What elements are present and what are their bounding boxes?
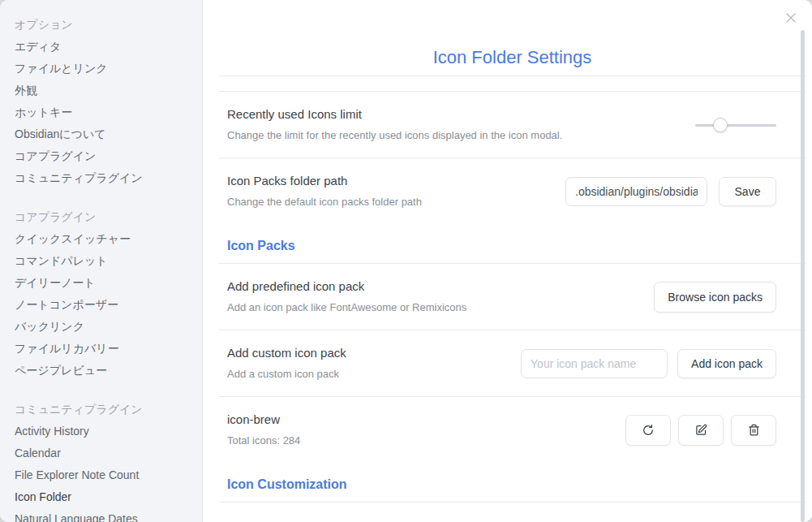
sidebar-item-file-explorer-note-count[interactable]: File Explorer Note Count	[0, 464, 202, 486]
sidebar-item-page-preview[interactable]: ページプレビュー	[0, 360, 202, 382]
settings-modal: オプション エディタ ファイルとリンク 外観 ホットキー Obsidianについ…	[0, 0, 812, 522]
setting-row-predefined-pack: Add predefined icon pack Add an icon pac…	[219, 264, 806, 330]
sidebar-item-note-composer[interactable]: ノートコンポーザー	[0, 294, 202, 316]
sidebar-item-quick-switcher[interactable]: クイックスイッチャー	[0, 228, 202, 250]
setting-info: Add predefined icon pack Add an icon pac…	[227, 279, 654, 314]
sidebar-section-header-options: オプション	[0, 14, 202, 36]
custom-pack-name-input[interactable]	[521, 349, 668, 378]
setting-info: Add custom icon pack Add a custom icon p…	[227, 346, 521, 381]
sidebar-section-options: オプション エディタ ファイルとリンク 外観 ホットキー Obsidianについ…	[0, 14, 202, 189]
pack-info: icon-brew Total icons: 284	[227, 412, 618, 447]
setting-row-custom-pack: Add custom icon pack Add a custom icon p…	[219, 330, 806, 397]
section-header-icon-packs: Icon Packs	[219, 224, 806, 264]
sidebar-item-about[interactable]: Obsidianについて	[0, 123, 202, 145]
delete-pack-button[interactable]	[731, 415, 776, 446]
setting-row-folder-path: Icon Packs folder path Change the defaul…	[219, 158, 806, 224]
recently-used-limit-slider[interactable]	[695, 118, 776, 132]
update-pack-button[interactable]	[625, 415, 671, 446]
installed-pack-row: icon-brew Total icons: 284	[219, 397, 806, 463]
browse-icon-packs-button[interactable]: Browse icon packs	[654, 282, 776, 313]
setting-row-recently-used-limit: Recently used Icons limit Change the lim…	[219, 92, 806, 158]
sidebar-item-community-plugins[interactable]: コミュニティプラグイン	[0, 167, 202, 189]
sidebar-item-hotkeys[interactable]: ホットキー	[0, 101, 202, 123]
page-title: Icon Folder Settings	[219, 45, 806, 70]
setting-info: Recently used Icons limit Change the lim…	[227, 107, 695, 142]
sidebar-item-core-plugins[interactable]: コアプラグイン	[0, 145, 202, 167]
sidebar-item-command-palette[interactable]: コマンドパレット	[0, 250, 202, 272]
page-title-block: Icon Folder Settings	[219, 0, 806, 76]
sidebar-item-icon-folder[interactable]: Icon Folder	[0, 486, 202, 508]
sidebar-item-backlinks[interactable]: バックリンク	[0, 316, 202, 338]
pack-total-icons: Total icons: 284	[227, 434, 618, 447]
sidebar-item-file-recovery[interactable]: ファイルリカバリー	[0, 338, 202, 360]
setting-description: Add an icon pack like FontAwesome or Rem…	[227, 300, 654, 314]
folder-path-input[interactable]	[565, 177, 707, 206]
add-icon-pack-button[interactable]: Add icon pack	[677, 349, 776, 378]
edit-icon	[695, 424, 707, 436]
update-icon	[642, 424, 655, 437]
settings-content: Icon Folder Settings Recently used Icons…	[219, 0, 806, 503]
sidebar-item-files-links[interactable]: ファイルとリンク	[0, 58, 202, 80]
vertical-scrollbar[interactable]	[801, 30, 805, 522]
setting-name: Add predefined icon pack	[227, 279, 654, 294]
sidebar-section-header-community-plugins: コミュニティプラグイン	[0, 399, 202, 421]
setting-name: Add custom icon pack	[227, 346, 521, 360]
slider-track[interactable]	[695, 124, 776, 127]
setting-description: Change the limit for the recently used i…	[227, 128, 695, 142]
sidebar-item-daily-notes[interactable]: デイリーノート	[0, 272, 202, 294]
setting-description: Add a custom icon pack	[227, 367, 521, 381]
sidebar-item-editor[interactable]: エディタ	[0, 36, 202, 58]
setting-name: Icon Packs folder path	[227, 174, 565, 188]
setting-info: Icon Packs folder path Change the defaul…	[227, 174, 565, 209]
close-button[interactable]	[783, 10, 799, 26]
pack-name: icon-brew	[227, 412, 618, 427]
x-icon	[785, 12, 797, 24]
sidebar-section-header-core-plugins: コアプラグイン	[0, 206, 202, 228]
section-header-icon-customization: Icon Customization	[219, 463, 806, 503]
settings-sidebar: オプション エディタ ファイルとリンク 外観 ホットキー Obsidianについ…	[0, 0, 203, 522]
sidebar-item-appearance[interactable]: 外観	[0, 80, 202, 101]
sidebar-item-natural-language-dates[interactable]: Natural Language Dates	[0, 508, 202, 522]
trash-icon	[748, 424, 760, 436]
settings-main-pane: Icon Folder Settings Recently used Icons…	[203, 0, 812, 522]
setting-name: Recently used Icons limit	[227, 107, 695, 122]
save-button[interactable]: Save	[719, 177, 776, 206]
setting-description: Change the default icon packs folder pat…	[227, 195, 565, 209]
sidebar-item-activity-history[interactable]: Activity History	[0, 421, 202, 442]
sidebar-item-calendar[interactable]: Calendar	[0, 442, 202, 464]
title-spacer	[219, 76, 806, 92]
edit-pack-button[interactable]	[678, 415, 724, 446]
slider-thumb[interactable]	[713, 118, 728, 132]
sidebar-section-community-plugins: コミュニティプラグイン Activity History Calendar Fi…	[0, 399, 202, 522]
sidebar-section-core-plugins: コアプラグイン クイックスイッチャー コマンドパレット デイリーノート ノートコ…	[0, 206, 202, 382]
